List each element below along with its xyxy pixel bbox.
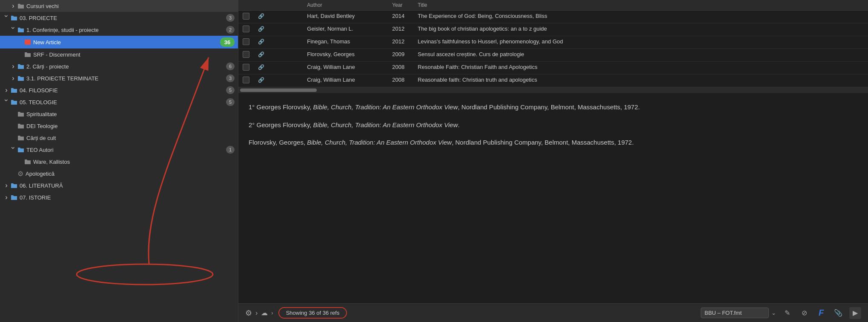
sidebar-item-label: Apologetică bbox=[26, 171, 235, 177]
table-row[interactable]: 🔗 Florovsky, Georges 2009 Sensul ascezei… bbox=[238, 49, 868, 62]
sidebar-item-03-proiecte[interactable]: › 03. PROIECTE 3 bbox=[0, 12, 238, 24]
folder-icon bbox=[17, 134, 25, 141]
row-checkbox-cell[interactable] bbox=[238, 74, 254, 87]
table-row[interactable]: 🔗 Craig, William Lane 2008 Reasonable fa… bbox=[238, 74, 868, 87]
sidebar-item-1-conferinte[interactable]: › 1. Conferințe, studii - proiecte 2 bbox=[0, 24, 238, 36]
checkbox[interactable] bbox=[243, 64, 249, 71]
table-row[interactable]: 🔗 Hart, David Bentley 2014 The Experienc… bbox=[238, 11, 868, 23]
chevron-down-icon[interactable]: › bbox=[255, 309, 258, 317]
item-badge: 3 bbox=[226, 14, 235, 22]
citation-paragraph-1: 1° Georges Florovsky, Bible, Church, Tra… bbox=[249, 102, 858, 113]
sidebar-item-06-literatura[interactable]: › 06. LITERATURĂ bbox=[0, 180, 238, 191]
table-row[interactable]: 🔗 Geisler, Norman L. 2012 The big book o… bbox=[238, 23, 868, 36]
sidebar-item-srf[interactable]: › SRF - Discernment bbox=[0, 48, 238, 60]
folder-icon bbox=[17, 146, 25, 153]
row-checkbox-cell[interactable] bbox=[238, 36, 254, 49]
select-chevron-icon: ⌄ bbox=[771, 310, 776, 316]
col-link bbox=[254, 0, 303, 11]
row-checkbox-cell[interactable] bbox=[238, 62, 254, 74]
row-author: Finegan, Thomas bbox=[303, 36, 388, 49]
chevron-dropdown-icon[interactable]: › bbox=[271, 310, 273, 316]
col-year[interactable]: Year bbox=[388, 0, 413, 11]
sidebar-item-label: New Article bbox=[33, 39, 218, 46]
chevron-down-icon: › bbox=[9, 147, 17, 153]
row-year: 2012 bbox=[388, 36, 413, 49]
col-author[interactable]: Author bbox=[303, 0, 388, 11]
sidebar-item-cursuri-vechi[interactable]: › Cursuri vechi bbox=[0, 0, 238, 12]
gear-icon: ⚙ bbox=[17, 170, 24, 177]
edit-icon[interactable]: ✎ bbox=[781, 307, 793, 319]
row-link-cell: 🔗 bbox=[254, 74, 303, 87]
row-checkbox-cell[interactable] bbox=[238, 11, 254, 23]
link-icon: 🔗 bbox=[258, 39, 264, 45]
sidebar-item-label: SRF - Discernment bbox=[33, 51, 235, 58]
folder-icon bbox=[10, 194, 18, 201]
sidebar-item-spiritualitate[interactable]: › Spiritualitate bbox=[0, 108, 238, 120]
row-title: Reasonable faith: Christian truth and ap… bbox=[413, 74, 868, 87]
link-icon: 🔗 bbox=[258, 51, 264, 57]
chevron-right-icon: › bbox=[10, 74, 16, 82]
chevron-down-icon: › bbox=[9, 27, 17, 33]
chevron-down-icon: › bbox=[3, 99, 10, 105]
folder-icon bbox=[17, 111, 25, 117]
table-row[interactable]: 🔗 Craig, William Lane 2008 Resonable Fai… bbox=[238, 62, 868, 74]
checkbox[interactable] bbox=[243, 77, 249, 83]
sidebar-item-new-article[interactable]: › New Article 36 bbox=[0, 36, 238, 48]
row-author: Hart, David Bentley bbox=[303, 11, 388, 23]
item-badge-green: 36 bbox=[220, 37, 235, 47]
sidebar-item-ware-kallistos[interactable]: › Ware, Kallistos bbox=[0, 156, 238, 168]
row-author: Craig, William Lane bbox=[303, 62, 388, 74]
content-area: Author Year Title 🔗 Hart, David Bentley … bbox=[238, 0, 868, 322]
row-title: Sensul ascezei creștine. Curs de patrolo… bbox=[413, 49, 868, 62]
settings-icon[interactable]: ⚙ bbox=[245, 308, 252, 318]
svg-rect-0 bbox=[25, 40, 31, 45]
checkbox[interactable] bbox=[243, 13, 249, 20]
format-bold-f-icon[interactable]: F bbox=[815, 307, 827, 319]
checkbox[interactable] bbox=[243, 51, 249, 58]
cloud-icon[interactable]: ☁ bbox=[261, 309, 268, 317]
folder-icon bbox=[10, 87, 18, 94]
row-year: 2008 bbox=[388, 74, 413, 87]
sidebar-item-dei-teologie[interactable]: › DEI Teologie bbox=[0, 120, 238, 132]
folder-icon bbox=[10, 182, 18, 189]
cancel-icon[interactable]: ⊘ bbox=[798, 307, 810, 319]
folder-icon bbox=[17, 3, 25, 9]
item-badge: 6 bbox=[226, 63, 235, 70]
row-author: Craig, William Lane bbox=[303, 74, 388, 87]
item-badge: 1 bbox=[226, 146, 235, 154]
play-icon[interactable]: ▶ bbox=[849, 307, 861, 319]
sidebar-item-05-teologie[interactable]: › 05. TEOLOGIE 5 bbox=[0, 96, 238, 108]
row-link-cell: 🔗 bbox=[254, 23, 303, 36]
row-year: 2009 bbox=[388, 49, 413, 62]
svg-point-2 bbox=[77, 264, 213, 285]
folder-icon bbox=[10, 99, 18, 105]
row-checkbox-cell[interactable] bbox=[238, 23, 254, 36]
link-icon: 🔗 bbox=[258, 64, 264, 70]
row-author: Florovsky, Georges bbox=[303, 49, 388, 62]
chevron-right-icon: › bbox=[3, 86, 9, 94]
sidebar-item-carti-de-cult[interactable]: › Cărți de cult bbox=[0, 132, 238, 144]
sidebar-item-07-istorie[interactable]: › 07. ISTORIE bbox=[0, 191, 238, 203]
sidebar-item-apologetica[interactable]: › ⚙ Apologetică bbox=[0, 168, 238, 180]
sidebar-item-label: 06. LITERATURĂ bbox=[20, 182, 235, 189]
row-link-cell: 🔗 bbox=[254, 36, 303, 49]
scrollbar-thumb[interactable] bbox=[240, 88, 317, 92]
format-select[interactable]: BBU – FOT.fmt APA MLA Chicago bbox=[701, 308, 769, 318]
row-checkbox-cell[interactable] bbox=[238, 49, 254, 62]
paperclip-icon[interactable]: 📎 bbox=[832, 307, 844, 319]
row-year: 2014 bbox=[388, 11, 413, 23]
folder-icon bbox=[17, 63, 25, 70]
sidebar-item-teo-autori[interactable]: › TEO Autori 1 bbox=[0, 144, 238, 156]
checkbox[interactable] bbox=[243, 38, 249, 45]
horizontal-scrollbar[interactable] bbox=[238, 87, 868, 93]
col-checkbox bbox=[238, 0, 254, 11]
row-author: Geisler, Norman L. bbox=[303, 23, 388, 36]
sidebar-item-31-terminate[interactable]: › 3.1. PROIECTE TERMINATE 3 bbox=[0, 72, 238, 84]
table-row[interactable]: 🔗 Finegan, Thomas 2012 Levinas's faithfu… bbox=[238, 36, 868, 49]
row-title: Resonable Faith: Christian Faith and Apo… bbox=[413, 62, 868, 74]
col-title[interactable]: Title bbox=[413, 0, 868, 11]
checkbox[interactable] bbox=[243, 26, 249, 32]
folder-icon bbox=[24, 51, 32, 58]
sidebar-item-04-filosofie[interactable]: › 04. FILOSOFIE 5 bbox=[0, 84, 238, 96]
sidebar-item-2-carti[interactable]: › 2. Cărți - proiecte 6 bbox=[0, 60, 238, 72]
